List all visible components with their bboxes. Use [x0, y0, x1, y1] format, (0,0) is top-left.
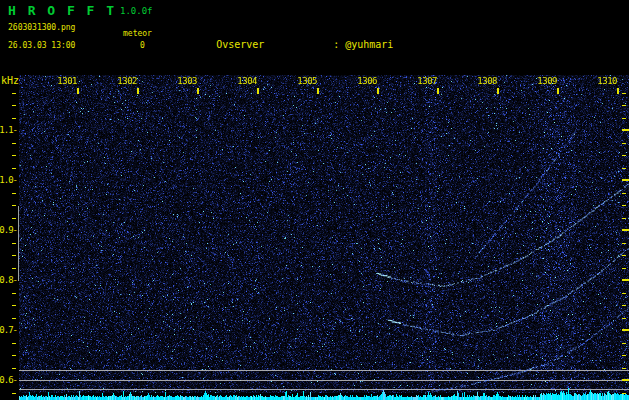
freq-minor-tick-right [622, 205, 626, 206]
freq-label-1.1: 1.1- [0, 125, 17, 135]
time-label-1305: 1305 [291, 76, 317, 86]
observation-datetime: 26.03.03 13:00 [8, 41, 75, 50]
time-tick-1306 [377, 88, 379, 94]
meteor-count-label: meteor [123, 29, 152, 38]
freq-minor-tick-left [12, 243, 16, 244]
time-tick-1302 [137, 88, 139, 94]
freq-major-tick-right-0.7 [622, 329, 629, 331]
time-label-1308: 1308 [471, 76, 497, 86]
time-tick-1307 [437, 88, 439, 94]
spectrogram-canvas [19, 75, 629, 400]
meteor-count-value: 0 [140, 41, 145, 50]
freq-minor-tick-right [622, 355, 626, 356]
freq-minor-tick-right [622, 93, 626, 94]
freq-minor-tick-left [12, 368, 16, 369]
freq-minor-tick-left [12, 105, 16, 106]
freq-minor-tick-left [12, 255, 16, 256]
freq-minor-tick-right [622, 193, 626, 194]
freq-minor-tick-left [12, 343, 16, 344]
freq-label-1.0: 1.0- [0, 175, 17, 185]
observer-row: Ovserver:@yuhmari [180, 27, 592, 39]
hrofft-screen: H R O F F T 1.0.0f 2603031300.png meteor… [0, 0, 629, 400]
freq-label-0.6: 0.6- [0, 375, 17, 385]
time-tick-1304 [257, 88, 259, 94]
observer-value: @yuhmari [345, 39, 393, 50]
freq-major-tick-right-0.6 [622, 379, 629, 381]
time-tick-1308 [497, 88, 499, 94]
freq-major-tick-right-0.9 [622, 229, 629, 231]
freq-minor-tick-right [622, 268, 626, 269]
freq-minor-tick-left [12, 393, 16, 394]
output-filename: 2603031300.png [8, 23, 75, 32]
freq-minor-tick-right [622, 218, 626, 219]
time-label-1304: 1304 [231, 76, 257, 86]
freq-major-tick-right-1.1 [622, 129, 629, 131]
observer-label: Ovserver [216, 39, 333, 51]
freq-minor-tick-left [12, 155, 16, 156]
time-label-1307: 1307 [411, 76, 437, 86]
freq-minor-tick-right [622, 293, 626, 294]
time-tick-1303 [197, 88, 199, 94]
time-tick-1310 [617, 88, 619, 94]
freq-minor-tick-left [12, 268, 16, 269]
time-tick-1301 [77, 88, 79, 94]
freq-minor-tick-left [12, 143, 16, 144]
time-label-1310: 1310 [591, 76, 617, 86]
freq-minor-tick-right [622, 243, 626, 244]
freq-minor-tick-right [622, 393, 626, 394]
freq-label-0.8: 0.8- [0, 275, 17, 285]
freq-major-tick-right-0.8 [622, 279, 629, 281]
freq-minor-tick-right [622, 155, 626, 156]
freq-marker-line [18, 206, 19, 281]
freq-minor-tick-right [622, 318, 626, 319]
freq-minor-tick-left [12, 218, 16, 219]
freq-minor-tick-left [12, 318, 16, 319]
app-version: 1.0.0f [120, 6, 153, 16]
time-label-1301: 1301 [51, 76, 77, 86]
freq-label-0.9: 0.9- [0, 225, 17, 235]
freq-minor-tick-left [12, 93, 16, 94]
freq-minor-tick-left [12, 168, 16, 169]
freq-minor-tick-right [622, 118, 626, 119]
freq-minor-tick-left [12, 193, 16, 194]
freq-minor-tick-right [622, 105, 626, 106]
freq-label-0.7: 0.7- [0, 325, 17, 335]
freq-minor-tick-right [622, 168, 626, 169]
separator: : [333, 39, 339, 51]
freq-minor-tick-right [622, 305, 626, 306]
freq-minor-tick-left [12, 355, 16, 356]
freq-minor-tick-left [12, 205, 16, 206]
time-label-1302: 1302 [111, 76, 137, 86]
freq-major-tick-right-1.0 [622, 179, 629, 181]
freq-minor-tick-right [622, 368, 626, 369]
time-label-1303: 1303 [171, 76, 197, 86]
time-label-1306: 1306 [351, 76, 377, 86]
time-tick-1305 [317, 88, 319, 94]
location-row: Receiving Location:kurashiki,Okayama,JAP… [180, 63, 592, 75]
freq-minor-tick-left [12, 293, 16, 294]
freq-minor-tick-left [12, 305, 16, 306]
time-label-1309: 1309 [531, 76, 557, 86]
app-title: H R O F F T [8, 3, 116, 18]
freq-minor-tick-left [12, 118, 16, 119]
time-tick-1309 [557, 88, 559, 94]
freq-minor-tick-right [622, 255, 626, 256]
freq-minor-tick-right [622, 343, 626, 344]
freq-axis-unit: kHz [1, 75, 19, 86]
freq-minor-tick-right [622, 143, 626, 144]
